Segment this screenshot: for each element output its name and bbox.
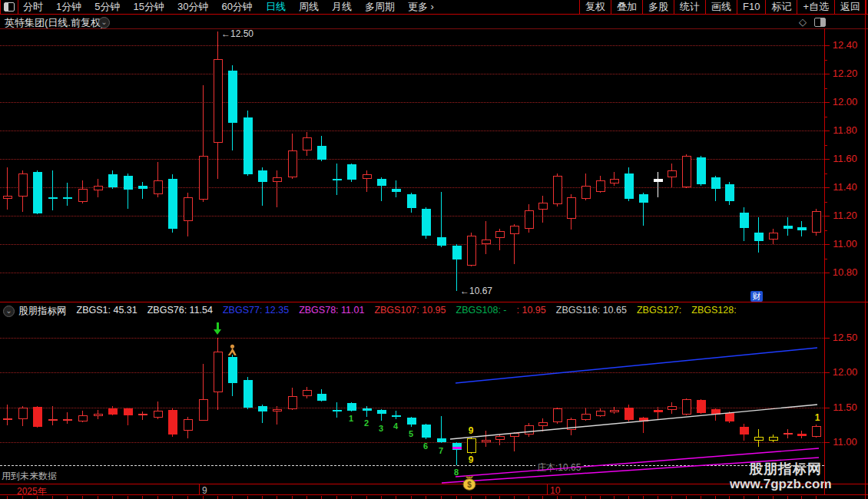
tool-item-画线[interactable]: 画线 xyxy=(705,0,737,14)
candle-wick xyxy=(52,406,53,425)
candle-body xyxy=(303,390,312,396)
layout-toggle-icon[interactable] xyxy=(0,0,18,14)
sub-gridline xyxy=(0,442,824,443)
bar-tick xyxy=(658,496,658,499)
month-tick xyxy=(547,484,548,495)
candle-body xyxy=(467,236,476,266)
bar-tick xyxy=(52,496,53,499)
main-axis-minortick xyxy=(824,145,827,146)
menu-item-15分钟[interactable]: 15分钟 xyxy=(133,0,164,14)
bar-tick xyxy=(671,496,672,499)
tool-item-复权[interactable]: 复权 xyxy=(579,0,611,14)
menu-item-60分钟[interactable]: 60分钟 xyxy=(221,0,252,14)
diamond-icon[interactable]: ◇ xyxy=(799,16,807,28)
white-trend xyxy=(450,405,817,439)
sub-axis-label: 12.50 xyxy=(827,332,863,343)
menu-item-1分钟[interactable]: 1分钟 xyxy=(56,0,81,14)
candle-body xyxy=(452,246,462,259)
candle-body xyxy=(754,437,764,441)
bar-tick xyxy=(277,496,277,499)
candle-body xyxy=(184,419,193,431)
indicator-token: ZBGS78: 11.01 xyxy=(299,305,364,318)
candle-body xyxy=(138,186,147,189)
candle-body xyxy=(347,403,356,411)
bar-tick xyxy=(306,496,307,499)
menu-item-30分钟[interactable]: 30分钟 xyxy=(177,0,208,14)
month-label: 10 xyxy=(550,485,560,496)
candle-wick xyxy=(485,431,486,447)
main-axis-label: 11.00 xyxy=(827,238,863,250)
tool-item-标记[interactable]: 标记 xyxy=(765,0,797,14)
candle-body xyxy=(214,352,223,392)
tool-item-F10[interactable]: F10 xyxy=(737,0,765,14)
candle-wick xyxy=(52,170,53,210)
bar-tick xyxy=(351,496,352,499)
tool-item-返回[interactable]: 返回 xyxy=(834,0,866,14)
tool-item-+自选[interactable]: +自选 xyxy=(797,0,834,14)
bar-tick xyxy=(758,496,759,499)
site-watermark-url: www.7gpzb.com xyxy=(730,477,822,492)
candle-body xyxy=(639,194,648,203)
title-dropdown-icon[interactable]: ⌄ xyxy=(98,17,110,28)
tool-item-多股[interactable]: 多股 xyxy=(642,0,674,14)
candle-wick xyxy=(658,407,658,419)
count-digit-green: 1 xyxy=(349,414,353,423)
candle-body xyxy=(654,179,663,182)
bar-tick xyxy=(37,496,38,499)
menu-item-分时[interactable]: 分时 xyxy=(23,0,43,14)
pane-split-icon[interactable] xyxy=(814,18,826,27)
menu-item-月线[interactable]: 月线 xyxy=(332,0,352,14)
menu-item-更多 ›[interactable]: 更多 › xyxy=(408,0,434,14)
bar-tick xyxy=(456,496,457,499)
tool-item-叠加[interactable]: 叠加 xyxy=(611,0,642,14)
candle-body xyxy=(228,357,237,383)
site-watermark-name: 股朋指标网 xyxy=(737,460,822,478)
chart-top-border xyxy=(0,28,868,29)
menu-item-5分钟[interactable]: 5分钟 xyxy=(94,0,120,14)
candle-body xyxy=(482,440,491,442)
menu-item-日线[interactable]: 日线 xyxy=(266,0,286,14)
candle-body xyxy=(3,418,12,420)
year-label: 2025年 xyxy=(17,485,47,498)
candle-body xyxy=(199,399,208,421)
candle-body xyxy=(495,231,505,238)
sub-axis-label: 12.00 xyxy=(827,366,863,378)
menu-item-多周期[interactable]: 多周期 xyxy=(365,0,395,14)
candle-body xyxy=(48,419,58,421)
bar-tick xyxy=(528,496,529,499)
banker-stripe xyxy=(452,447,462,449)
candle-body xyxy=(682,156,691,187)
low-price-label: ←10.67 xyxy=(460,286,492,296)
candle-body xyxy=(422,425,431,438)
candle-body xyxy=(581,414,591,420)
candle-body xyxy=(317,146,326,160)
trend-lines-layer xyxy=(0,0,868,499)
candle-body xyxy=(610,410,619,412)
candle-wick xyxy=(67,183,68,206)
arrow-stem xyxy=(217,322,219,329)
main-axis-label: 11.80 xyxy=(827,124,863,136)
bar-tick xyxy=(157,496,158,499)
indicator-values: 股朋指标网ZBGS1: 45.31ZBGS76: 11.54ZBGS77: 12… xyxy=(18,305,737,318)
candle-body xyxy=(363,408,372,411)
cai-watermark: 财 xyxy=(750,291,763,302)
titlebar: 英特集团(日线.前复权) ⌄ ◇ xyxy=(0,15,868,28)
candle-body xyxy=(467,438,476,453)
indicator-dropdown-icon[interactable]: ⌄ xyxy=(3,306,15,317)
bar-tick xyxy=(112,496,113,499)
main-axis-label: 12.40 xyxy=(827,39,863,51)
indicator-token: : 10.95 xyxy=(517,305,546,318)
bar-tick xyxy=(614,496,615,499)
candle-body xyxy=(624,173,634,199)
menu-item-周线[interactable]: 周线 xyxy=(299,0,319,14)
candle-body xyxy=(184,197,193,221)
main-gridline xyxy=(0,102,824,103)
tool-item-统计[interactable]: 统计 xyxy=(674,0,705,14)
bar-tick xyxy=(321,496,322,499)
sub-axis-label: 11.00 xyxy=(827,436,863,448)
count-digit-green: 6 xyxy=(423,441,428,451)
main-axis-label: 10.80 xyxy=(827,266,863,278)
candle-body xyxy=(108,408,118,415)
period-menu: 分时1分钟5分钟15分钟30分钟60分钟日线周线月线多周期更多 › xyxy=(23,0,434,14)
candle-body xyxy=(610,179,619,183)
